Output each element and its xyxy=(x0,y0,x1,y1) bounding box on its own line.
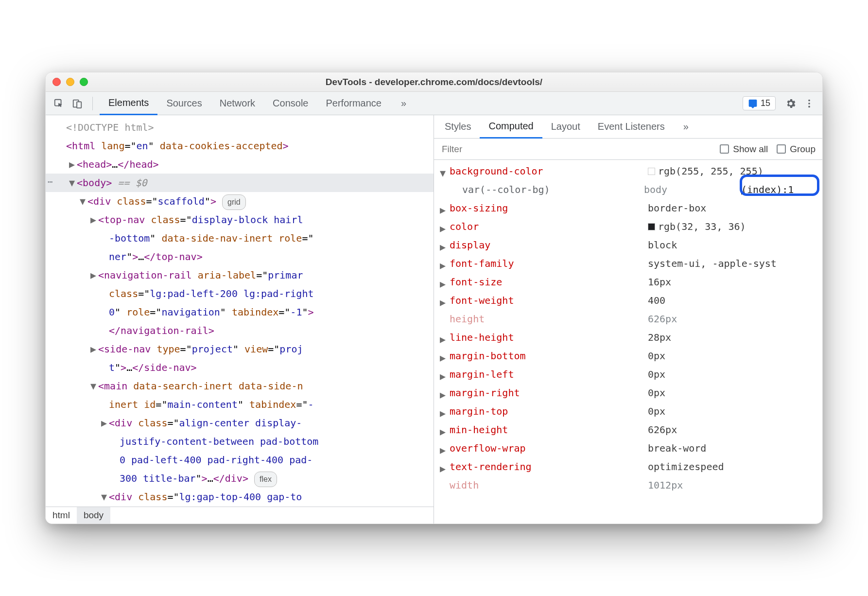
tab-elements[interactable]: Elements xyxy=(100,92,157,115)
computed-row[interactable]: ▶margin-right0px xyxy=(434,384,822,402)
svg-point-5 xyxy=(808,105,810,107)
filter-row: Show all Group xyxy=(434,139,822,160)
source-link[interactable]: (index):1 xyxy=(741,180,794,199)
svg-point-4 xyxy=(808,103,810,105)
show-all-checkbox[interactable]: Show all xyxy=(720,144,768,155)
dom-row[interactable]: justify-content-between pad-bottom xyxy=(46,432,434,451)
sidebar-tabs: StylesComputedLayoutEvent Listeners » xyxy=(434,115,822,139)
dom-row[interactable]: ▼<body> == $0 xyxy=(46,174,434,192)
computed-row[interactable]: ▶font-size16px xyxy=(434,273,822,291)
computed-row[interactable]: ▶line-height28px xyxy=(434,328,822,347)
computed-row[interactable]: ▶text-renderingoptimizespeed xyxy=(434,457,822,476)
devtools-window: DevTools - developer.chrome.com/docs/dev… xyxy=(45,72,823,524)
dom-row[interactable]: 0" role="navigation" tabindex="-1"> xyxy=(46,303,434,321)
kebab-icon[interactable] xyxy=(801,95,817,112)
close-icon[interactable] xyxy=(52,78,61,86)
dom-row[interactable]: -bottom" data-side-nav-inert role=" xyxy=(46,229,434,247)
computed-row[interactable]: ▶box-sizingborder-box xyxy=(434,199,822,217)
computed-row[interactable]: width1012px xyxy=(434,476,822,494)
dom-row[interactable]: ▼<main data-search-inert data-side-n xyxy=(46,377,434,395)
issues-badge[interactable]: 15 xyxy=(743,96,776,110)
breadcrumb[interactable]: htmlbody xyxy=(46,507,434,524)
tab-performance[interactable]: Performance xyxy=(317,92,391,115)
more-tabs-icon[interactable]: » xyxy=(392,92,415,115)
elements-panel: <!DOCTYPE html><html lang="en" data-cook… xyxy=(46,115,434,524)
separator xyxy=(92,97,93,110)
dom-tree[interactable]: <!DOCTYPE html><html lang="en" data-cook… xyxy=(46,115,434,507)
tab-sources[interactable]: Sources xyxy=(157,92,210,115)
computed-row[interactable]: ▶displayblock xyxy=(434,236,822,254)
computed-row[interactable]: ▶margin-bottom0px xyxy=(434,347,822,365)
dom-row[interactable]: ▶<head>…</head> xyxy=(46,155,434,174)
dom-row[interactable]: ▼<div class="scaffold"> grid xyxy=(46,192,434,210)
more-tabs-icon[interactable]: » xyxy=(675,115,697,139)
computed-row[interactable]: ▼background-colorrgb(255, 255, 255) xyxy=(434,162,822,180)
dom-row[interactable]: </navigation-rail> xyxy=(46,321,434,340)
crumb-body[interactable]: body xyxy=(77,507,110,524)
computed-row[interactable]: ▶min-height626px xyxy=(434,421,822,439)
svg-point-3 xyxy=(808,99,810,101)
gear-icon[interactable] xyxy=(782,95,799,112)
dom-row[interactable]: class="lg:pad-left-200 lg:pad-right xyxy=(46,284,434,303)
dom-row[interactable]: <html lang="en" data-cookies-accepted> xyxy=(46,137,434,155)
group-checkbox[interactable]: Group xyxy=(777,144,816,155)
sidebar-tab-layout[interactable]: Layout xyxy=(542,115,589,139)
sidebar-tab-styles[interactable]: Styles xyxy=(436,115,480,139)
zoom-icon[interactable] xyxy=(80,78,88,86)
computed-row[interactable]: ▶margin-left0px xyxy=(434,365,822,384)
computed-row[interactable]: ▶font-familysystem-ui, -apple-syst xyxy=(434,254,822,273)
dom-row[interactable]: 0 pad-left-400 pad-right-400 pad- xyxy=(46,451,434,469)
sidebar-tab-computed[interactable]: Computed xyxy=(480,115,542,139)
dom-row[interactable]: ▶<top-nav class="display-block hairl xyxy=(46,210,434,229)
styles-sidebar: StylesComputedLayoutEvent Listeners » Sh… xyxy=(434,115,822,524)
computed-row[interactable]: ▶margin-top0px xyxy=(434,402,822,421)
computed-properties[interactable]: ▼background-colorrgb(255, 255, 255)var(-… xyxy=(434,160,822,524)
dom-row[interactable]: t">…</side-nav> xyxy=(46,358,434,377)
dom-row[interactable]: <!DOCTYPE html> xyxy=(46,118,434,137)
crumb-html[interactable]: html xyxy=(46,507,77,524)
filter-input[interactable] xyxy=(441,143,711,155)
device-toggle-icon[interactable] xyxy=(69,95,86,112)
computed-row[interactable]: height626px xyxy=(434,310,822,328)
minimize-icon[interactable] xyxy=(66,78,74,86)
titlebar: DevTools - developer.chrome.com/docs/dev… xyxy=(46,72,822,92)
panel-tabs: ElementsSourcesNetworkConsolePerformance xyxy=(100,92,390,115)
computed-sub-row[interactable]: var(--color-bg)body(index):1 xyxy=(434,180,822,199)
tab-network[interactable]: Network xyxy=(211,92,264,115)
dom-row[interactable]: ▶<side-nav type="project" view="proj xyxy=(46,340,434,358)
computed-row[interactable]: ▶overflow-wrapbreak-word xyxy=(434,439,822,457)
dom-row[interactable]: ▼<div class="lg:gap-top-400 gap-to xyxy=(46,488,434,506)
issues-count: 15 xyxy=(761,98,770,108)
dom-row[interactable]: ▶<navigation-rail aria-label="primar xyxy=(46,266,434,284)
window-title: DevTools - developer.chrome.com/docs/dev… xyxy=(326,77,542,88)
content-area: <!DOCTYPE html><html lang="en" data-cook… xyxy=(46,115,822,524)
dom-row[interactable]: inert id="main-content" tabindex="- xyxy=(46,395,434,414)
dom-row[interactable]: ner">…</top-nav> xyxy=(46,247,434,266)
dom-row[interactable]: ▶<div class="align-center display- xyxy=(46,414,434,432)
dom-row[interactable]: 300 title-bar">…</div> flex xyxy=(46,469,434,488)
main-toolbar: ElementsSourcesNetworkConsolePerformance… xyxy=(46,92,822,115)
computed-row[interactable]: ▶colorrgb(32, 33, 36) xyxy=(434,217,822,236)
svg-rect-2 xyxy=(77,102,81,108)
window-controls xyxy=(52,78,88,86)
inspect-icon[interactable] xyxy=(51,95,67,112)
sidebar-tab-event-listeners[interactable]: Event Listeners xyxy=(589,115,674,139)
tab-console[interactable]: Console xyxy=(264,92,317,115)
computed-row[interactable]: ▶font-weight400 xyxy=(434,291,822,310)
